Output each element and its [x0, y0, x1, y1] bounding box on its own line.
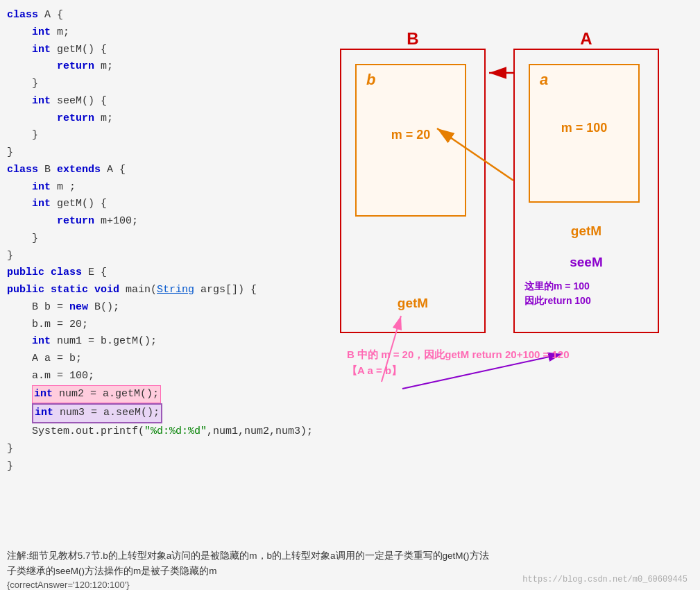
seeM-a-label: seeM	[570, 255, 603, 270]
code-line: int getM() {	[7, 42, 298, 59]
code-line: class A {	[7, 7, 298, 24]
code-line: int num1 = b.getM();	[7, 333, 298, 351]
box-A-label: A	[580, 29, 592, 49]
code-line: }	[7, 441, 298, 458]
code-line-num2: int num2 = a.getM();	[7, 385, 298, 404]
annot-b-line2: 【A a = b】	[347, 363, 570, 379]
code-line: int m ;	[7, 179, 298, 196]
highlight-pink-span: int num2 = a.getM();	[32, 385, 161, 404]
diagram-area: B b m = 20 getM A a m = 100 getM seeM 这里…	[298, 35, 687, 396]
code-line: }	[7, 248, 298, 265]
code-line: A a = b;	[7, 351, 298, 368]
annot-b-line1: B 中的 m = 20，因此getM return 20+100 = 120	[347, 347, 570, 363]
code-line: }	[7, 76, 298, 93]
code-line: return m+100;	[7, 213, 298, 230]
code-section: class A { int m; int getM() { return m; …	[7, 7, 298, 475]
code-line: int getM() {	[7, 196, 298, 213]
note-a-line1: 这里的m = 100	[524, 279, 591, 294]
code-line: b.m = 20;	[7, 317, 298, 334]
highlight-purple-span: int num3 = a.seeM();	[32, 403, 162, 423]
obj-b-label: b	[366, 71, 375, 89]
box-B-label: B	[407, 29, 418, 49]
note-a-line2: 因此return 100	[524, 294, 591, 308]
code-line: class B extends A {	[7, 162, 298, 179]
code-line: public class E {	[7, 264, 298, 282]
main-container: class A { int m; int getM() { return m; …	[0, 0, 700, 590]
code-line: }	[7, 127, 298, 144]
watermark: https://blog.csdn.net/m0_60609445	[522, 575, 688, 584]
code-line: return m;	[7, 58, 298, 76]
code-line: }	[7, 458, 298, 475]
obj-a: a m = 100	[529, 64, 640, 203]
code-line-num3: int num3 = a.seeM();	[7, 403, 298, 423]
code-line: a.m = 100;	[7, 368, 298, 385]
obj-b: b m = 20	[355, 64, 466, 217]
box-A: A a m = 100 getM seeM 这里的m = 100 因此retur…	[513, 49, 659, 333]
code-line: public static void main(String args[]) {	[7, 282, 298, 299]
annotation-b: B 中的 m = 20，因此getM return 20+100 = 120 【…	[347, 347, 570, 378]
obj-a-val: m = 100	[561, 121, 608, 135]
note-a: 这里的m = 100 因此return 100	[524, 279, 591, 308]
getM-b-label: getM	[398, 296, 428, 311]
bottom-note1: 注解:细节见教材5.7节.b的上转型对象a访问的是被隐藏的m，b的上转型对象a调…	[7, 548, 687, 564]
code-line: int m;	[7, 24, 298, 42]
code-line: return m;	[7, 110, 298, 128]
code-line: B b = new B();	[7, 299, 298, 317]
code-line: int seeM() {	[7, 93, 298, 110]
obj-a-label: a	[540, 71, 548, 89]
getM-a-label: getM	[571, 224, 601, 239]
code-line: }	[7, 144, 298, 162]
obj-b-val: m = 20	[391, 128, 431, 142]
code-line: }	[7, 230, 298, 248]
code-line: System.out.printf("%d:%d:%d",num1,num2,n…	[7, 423, 298, 441]
box-B: B b m = 20 getM	[340, 49, 486, 333]
